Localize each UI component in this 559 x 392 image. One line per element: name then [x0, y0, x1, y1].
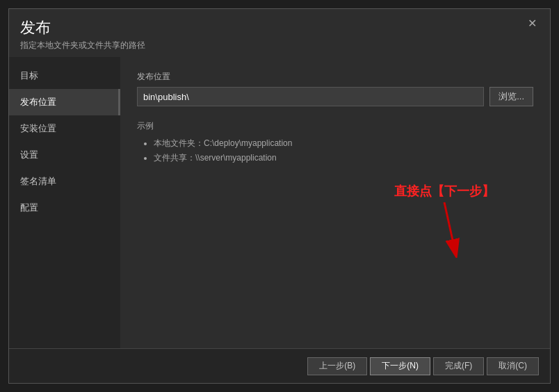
publish-dialog: 发布 指定本地文件夹或文件共享的路径 ✕ 目标 发布位置 安装位置 设置 签名清…: [8, 8, 551, 384]
sidebar-item-target[interactable]: 目标: [9, 63, 120, 89]
field-label: 发布位置: [137, 71, 533, 83]
svg-line-1: [444, 202, 455, 250]
arrow-icon: [423, 202, 465, 258]
sidebar-item-config[interactable]: 配置: [9, 195, 120, 221]
annotation: 直接点【下一步】: [394, 183, 494, 258]
publish-path-input[interactable]: [137, 87, 484, 106]
title-bar: 发布 指定本地文件夹或文件共享的路径 ✕: [9, 9, 550, 57]
input-row: 浏览...: [137, 87, 533, 106]
finish-button[interactable]: 完成(F): [433, 357, 484, 375]
footer: 上一步(B) 下一步(N) 完成(F) 取消(C): [9, 348, 550, 383]
back-button[interactable]: 上一步(B): [307, 357, 367, 375]
sidebar-item-publish-location[interactable]: 发布位置: [9, 89, 120, 115]
dialog-title: 发布: [20, 17, 145, 38]
main-content: 发布位置 浏览... 示例 本地文件夹：C:\deploy\myapplicat…: [120, 57, 550, 348]
close-button[interactable]: ✕: [525, 16, 539, 30]
example-list: 本地文件夹：C:\deploy\myapplication 文件共享：\\ser…: [137, 138, 533, 164]
example-item-share: 文件共享：\\server\myapplication: [154, 152, 533, 164]
annotation-text: 直接点【下一步】: [394, 183, 494, 199]
dialog-subtitle: 指定本地文件夹或文件共享的路径: [20, 40, 145, 51]
sidebar-item-settings[interactable]: 设置: [9, 142, 120, 168]
sidebar-item-signing[interactable]: 签名清单: [9, 168, 120, 195]
example-section: 示例 本地文件夹：C:\deploy\myapplication 文件共享：\\…: [137, 120, 533, 164]
content-area: 目标 发布位置 安装位置 设置 签名清单 配置 发布位置 浏览...: [9, 57, 550, 348]
next-button[interactable]: 下一步(N): [370, 357, 430, 375]
example-label: 示例: [137, 120, 533, 132]
example-item-local: 本地文件夹：C:\deploy\myapplication: [154, 138, 533, 149]
sidebar: 目标 发布位置 安装位置 设置 签名清单 配置: [9, 57, 120, 348]
browse-button[interactable]: 浏览...: [489, 87, 533, 106]
cancel-button[interactable]: 取消(C): [487, 357, 539, 375]
sidebar-item-install-location[interactable]: 安装位置: [9, 115, 120, 142]
title-section: 发布 指定本地文件夹或文件共享的路径: [20, 17, 145, 51]
